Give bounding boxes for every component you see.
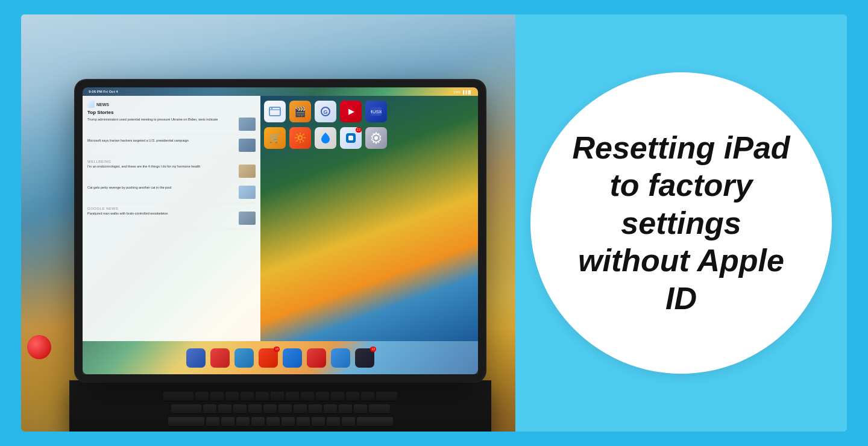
key-shift [168, 417, 204, 427]
key-comma [312, 417, 325, 427]
svg-text:🔆: 🔆 [295, 133, 306, 143]
key-u [286, 392, 299, 401]
svg-text:MUSIC: MUSIC [371, 109, 382, 115]
key-backspace [376, 392, 397, 401]
dock-icon-youtube [307, 348, 326, 368]
headline-circle: Resetting iPad to factory settings witho… [530, 72, 832, 374]
key-p [331, 392, 344, 401]
key-e [225, 392, 239, 401]
key-y [271, 392, 284, 401]
key-caps [171, 404, 201, 414]
key-tab [163, 392, 193, 401]
key-s [218, 404, 231, 414]
key-o [316, 392, 329, 401]
key-d [233, 404, 247, 414]
app-row-1: 🎬 G ▶ MUSIC [264, 101, 474, 122]
app-grid: 🎬 G ▶ MUSIC [260, 96, 478, 341]
ipad-dock: 18 22 [83, 341, 478, 374]
svg-rect-12 [348, 136, 353, 140]
news-app-icon [87, 101, 95, 108]
status-time: 9:06 PM Fri Oct 4 [89, 90, 118, 93]
key-g [263, 404, 277, 414]
key-shift-r [357, 417, 393, 427]
news-text-1: Trump administration used potential meet… [87, 118, 236, 131]
headline-line2: to factory [610, 168, 753, 203]
key-slash [342, 417, 355, 427]
key-c [236, 417, 250, 427]
top-stories-title: Top Stories [87, 110, 256, 115]
key-r [241, 392, 254, 401]
key-q [195, 392, 209, 401]
news-thumb-2 [239, 139, 256, 152]
dock-icon-chrome [283, 348, 302, 368]
key-h [278, 404, 292, 414]
svg-text:▶: ▶ [348, 107, 354, 116]
key-z [206, 417, 219, 427]
key-t [256, 392, 269, 401]
app-icon-4: ▶ [340, 101, 362, 122]
dock-icon-slack: 18 [259, 348, 278, 368]
key-m [297, 417, 310, 427]
dock-icon-mail [234, 348, 254, 368]
ipad-device: 9:06 PM Fri Oct 4 ⚡ 29% ▐▐▐▌ NEWS Top St… [75, 80, 485, 382]
keyboard-row-2 [171, 404, 390, 414]
headline-line1: Resetting iPad [572, 130, 790, 165]
dock-icon-gmail [210, 348, 230, 368]
news-item-1: Trump administration used potential meet… [87, 118, 256, 135]
app-icon-8 [315, 127, 336, 149]
svg-text:G: G [324, 109, 328, 115]
trending-label: WELLBEING [87, 160, 256, 163]
svg-point-2 [271, 108, 272, 109]
headline-line4: without Apple [578, 243, 784, 278]
key-semicolon [339, 404, 352, 414]
key-k [309, 404, 322, 414]
key-w [210, 392, 224, 401]
top-videos-label: GOOGLE NEWS [87, 207, 256, 210]
news-thumb-4 [239, 186, 256, 199]
app-icon-7: 🔆 [289, 127, 311, 149]
news-text-2: Microsoft says Iranian hackers targeted … [87, 139, 236, 152]
news-item-4: Cat gets petty revenge by pushing anothe… [87, 186, 256, 203]
key-a [203, 404, 216, 414]
key-period [327, 417, 340, 427]
screen-content: NEWS Top Stories Trump administration us… [83, 96, 478, 341]
app-icon-6: 🛒 [264, 127, 286, 149]
app-icon-settings [365, 127, 387, 149]
headline-line3: settings [621, 206, 741, 240]
trending-section: WELLBEING I'm an endocrinologist, and th… [87, 160, 256, 182]
key-enter [369, 404, 390, 414]
app-icon-5: MUSIC [365, 101, 387, 122]
key-quote [354, 404, 367, 414]
news-header: NEWS [87, 101, 256, 108]
key-x [221, 417, 234, 427]
ipad-screen: 9:06 PM Fri Oct 4 ⚡ 29% ▐▐▐▌ NEWS Top St… [83, 87, 478, 374]
app-row-2: 🛒 🔆 [264, 127, 474, 149]
news-item-2: Microsoft says Iranian hackers targeted … [87, 139, 256, 156]
svg-rect-0 [269, 107, 280, 116]
news-item-3: I'm an endocrinologist, and these are th… [87, 165, 256, 182]
page-container: 9:06 PM Fri Oct 4 ⚡ 29% ▐▐▐▌ NEWS Top St… [0, 0, 868, 446]
app-icon-1 [264, 101, 286, 122]
svg-point-13 [374, 136, 378, 140]
news-panel: NEWS Top Stories Trump administration us… [83, 96, 260, 341]
hero-banner: 9:06 PM Fri Oct 4 ⚡ 29% ▐▐▐▌ NEWS Top St… [21, 14, 847, 432]
news-thumb-1 [239, 118, 256, 131]
key-bracket-l [346, 392, 359, 401]
news-item-5: Paralyzed man walks with brain-controlle… [87, 212, 256, 229]
key-b [266, 417, 280, 427]
headline-text: Resetting iPad to factory settings witho… [572, 129, 790, 317]
app-icon-9: 22 [340, 127, 362, 149]
headline-line5: ID [665, 281, 697, 316]
keyboard-row-3 [168, 417, 393, 427]
news-label: NEWS [96, 102, 109, 107]
key-i [301, 392, 314, 401]
status-bar: 9:06 PM Fri Oct 4 ⚡ 29% ▐▐▐▌ [83, 87, 478, 96]
app-icon-2: 🎬 [289, 101, 311, 122]
news-text-4: Cat gets petty revenge by pushing anothe… [87, 186, 236, 199]
ipad-wrapper: 9:06 PM Fri Oct 4 ⚡ 29% ▐▐▐▌ NEWS Top St… [57, 80, 503, 432]
news-text-3: I'm an endocrinologist, and these are th… [87, 165, 236, 178]
key-bracket-r [361, 392, 374, 401]
red-decoration [27, 335, 51, 359]
key-j [294, 404, 307, 414]
keyboard-row-1 [163, 392, 397, 401]
